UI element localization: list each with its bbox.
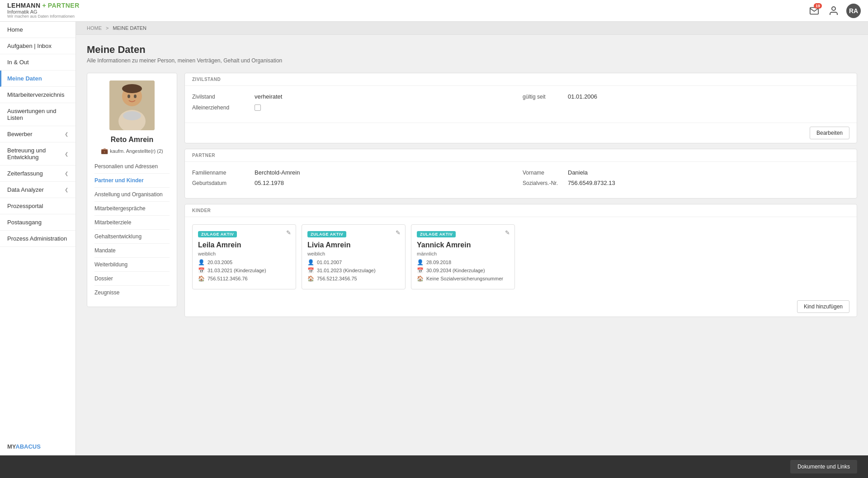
nav-mitarbeiterziele[interactable]: Mitarbeiterziele — [94, 216, 170, 230]
zivilstand-label: Zivilstand — [192, 94, 251, 100]
zivilstand-footer: Bearbeiten — [185, 123, 857, 143]
zivilstand-panel: ZIVILSTAND Zivilstand verheiratet — [184, 73, 857, 143]
kinder-gender-1: weiblich — [198, 251, 290, 256]
breadcrumb: HOME > MEINE DATEN — [76, 22, 868, 35]
logo-lehmann: LEHMANN — [7, 2, 41, 9]
kinder-zulage-date-1: 📅 31.03.2021 (Kinderzulage) — [198, 267, 290, 274]
sidebar: Home Aufgaben | Inbox In & Out Meine Dat… — [0, 22, 76, 455]
notifications-button[interactable]: 19 — [807, 4, 821, 18]
kinder-footer: Kind hinzufügen — [185, 297, 857, 317]
logo: LEHMANN + PARTNER Informatik AG Wir mach… — [7, 2, 80, 19]
svg-point-7 — [123, 111, 141, 120]
sozialvers-value: 756.6549.8732.13 — [568, 180, 849, 186]
alleinerziehend-label: Alleinerziehend — [192, 104, 251, 111]
edit-kinder-3-button[interactable]: ✎ — [505, 229, 510, 236]
zivilstand-header: ZIVILSTAND — [185, 73, 857, 86]
kinder-sozialvers-3: 🏠 Keine Sozialversicherungsnummer — [417, 275, 509, 282]
sidebar-item-zeiterfassung[interactable]: Zeiterfassung ❮ — [0, 166, 75, 182]
svg-point-5 — [134, 95, 137, 98]
profile-name: Reto Amrein — [94, 136, 170, 144]
sidebar-item-bewerber[interactable]: Bewerber ❮ — [0, 126, 75, 142]
nav-weiterbildung[interactable]: Weiterbildung — [94, 258, 170, 272]
zulage-badge-1: ZULAGE AKTIV — [198, 231, 237, 237]
partner-header: PARTNER — [185, 149, 857, 162]
user-avatar[interactable]: RA — [846, 4, 861, 18]
top-header: LEHMANN + PARTNER Informatik AG Wir mach… — [0, 0, 868, 22]
person-icon: 👤 — [198, 259, 205, 265]
nav-anstellung[interactable]: Anstellung und Organisation — [94, 188, 170, 202]
nav-zeugnisse[interactable]: Zeugnisse — [94, 286, 170, 299]
edit-kinder-1-button[interactable]: ✎ — [286, 229, 291, 236]
page-subtitle: Alle Informationen zu meiner Person, mei… — [87, 57, 857, 64]
profile-role: 💼 kaufm. Angestellte(r) (2) — [94, 147, 170, 154]
svg-point-0 — [832, 7, 835, 10]
nav-partner-kinder[interactable]: Partner und Kinder — [94, 174, 170, 188]
zivilstand-body: Zivilstand verheiratet gültig seit 01.01… — [185, 86, 857, 123]
edit-kinder-2-button[interactable]: ✎ — [396, 229, 401, 236]
nav-gehaltsentwicklung[interactable]: Gehaltsentwicklung — [94, 230, 170, 244]
sidebar-item-postausgang[interactable]: Postausgang — [0, 214, 75, 231]
kinder-name-3: Yannick Amrein — [417, 241, 509, 249]
nav-dossier[interactable]: Dossier — [94, 272, 170, 286]
chevron-right-icon: ❮ — [65, 132, 68, 137]
myabacus-abacus: ABACUS — [15, 443, 41, 450]
familienname-label: Familienname — [192, 170, 251, 176]
kinder-gender-2: weiblich — [307, 251, 400, 256]
sidebar-item-meine-daten[interactable]: Meine Daten — [0, 71, 75, 87]
calendar-icon: 📅 — [198, 267, 205, 274]
nav-mandate[interactable]: Mandate — [94, 244, 170, 258]
kinder-body: ZULAGE AKTIV ✎ Leila Amrein weiblich 👤 2… — [185, 217, 857, 297]
alleinerziehend-checkbox[interactable] — [255, 104, 261, 111]
svg-point-4 — [127, 95, 130, 98]
kinder-zulage-date-2: 📅 31.01.2023 (Kinderzulage) — [307, 267, 400, 274]
svg-point-3 — [122, 84, 142, 93]
partner-body: Familienname Berchtold-Amrein Vorname Da… — [185, 162, 857, 198]
zivilstand-value: verheiratet — [255, 93, 519, 100]
logo-plus: + — [42, 2, 46, 9]
zulage-badge-3: ZULAGE AKTIV — [417, 231, 456, 237]
kinder-gender-3: männlich — [417, 251, 509, 256]
bank-icon: 🏠 — [198, 275, 205, 282]
kinder-sozialvers-2: 🏠 756.5212.3456.75 — [307, 275, 400, 282]
sidebar-item-mitarbeiterverzeichnis[interactable]: Mitarbeiterverzeichnis — [0, 87, 75, 103]
chevron-right-icon: ❮ — [65, 187, 68, 192]
gueltig-value: 01.01.2006 — [568, 93, 849, 100]
chevron-right-icon: ❮ — [65, 151, 68, 156]
kinder-name-1: Leila Amrein — [198, 241, 290, 249]
bearbeiten-button[interactable]: Bearbeiten — [810, 127, 849, 139]
kinder-card-2: ZULAGE AKTIV ✎ Livia Amrein weiblich 👤 0… — [302, 224, 406, 289]
kinder-birthdate-2: 👤 01.01.2007 — [307, 259, 400, 265]
main-content: HOME > MEINE DATEN Meine Daten Alle Info… — [76, 22, 868, 455]
right-panels: ZIVILSTAND Zivilstand verheiratet — [184, 73, 857, 317]
sidebar-item-data-analyzer[interactable]: Data Analyzer ❮ — [0, 182, 75, 198]
vorname-value: Daniela — [568, 169, 849, 176]
kinder-birthdate-3: 👤 28.09.2018 — [417, 259, 509, 265]
bank-icon: 🏠 — [307, 275, 314, 282]
sidebar-item-in-out[interactable]: In & Out — [0, 54, 75, 71]
user-profile-button[interactable] — [826, 4, 841, 18]
geburtsdatum-value: 05.12.1978 — [255, 180, 519, 186]
sidebar-item-auswertungen[interactable]: Auswertungen und Listen — [0, 103, 75, 126]
gueltig-label: gültig seit — [523, 94, 568, 100]
briefcase-icon: 💼 — [101, 147, 108, 154]
logo-partner: PARTNER — [48, 2, 80, 9]
sidebar-item-betreuung[interactable]: Betreuung und Entwicklung ❮ — [0, 142, 75, 166]
person-icon: 👤 — [417, 259, 424, 265]
page-title: Meine Daten — [87, 44, 857, 56]
kinder-header: KINDER — [185, 204, 857, 217]
sidebar-item-aufgaben[interactable]: Aufgaben | Inbox — [0, 38, 75, 54]
nav-mitarbeitergespraeche[interactable]: Mitarbeitergespräche — [94, 202, 170, 216]
sidebar-item-prozess-administration[interactable]: Prozess Administration — [0, 231, 75, 247]
kind-hinzufuegen-button[interactable]: Kind hinzufügen — [797, 300, 849, 313]
sidebar-item-home[interactable]: Home — [0, 22, 75, 38]
profile-panel: Reto Amrein 💼 kaufm. Angestellte(r) (2) … — [87, 73, 177, 307]
logo-slogan: Wir machen aus Daten Informationen — [7, 14, 80, 19]
sidebar-item-prozessportal[interactable]: Prozessportal — [0, 198, 75, 214]
profile-photo — [109, 80, 155, 130]
bank-icon: 🏠 — [417, 275, 424, 282]
bottom-bar: Dokumente und Links — [0, 455, 868, 478]
dokumente-links-button[interactable]: Dokumente und Links — [790, 460, 857, 473]
notification-badge: 19 — [814, 3, 822, 9]
nav-personalien[interactable]: Personalien und Adressen — [94, 160, 170, 174]
geburtsdatum-label: Geburtsdatum — [192, 180, 251, 186]
